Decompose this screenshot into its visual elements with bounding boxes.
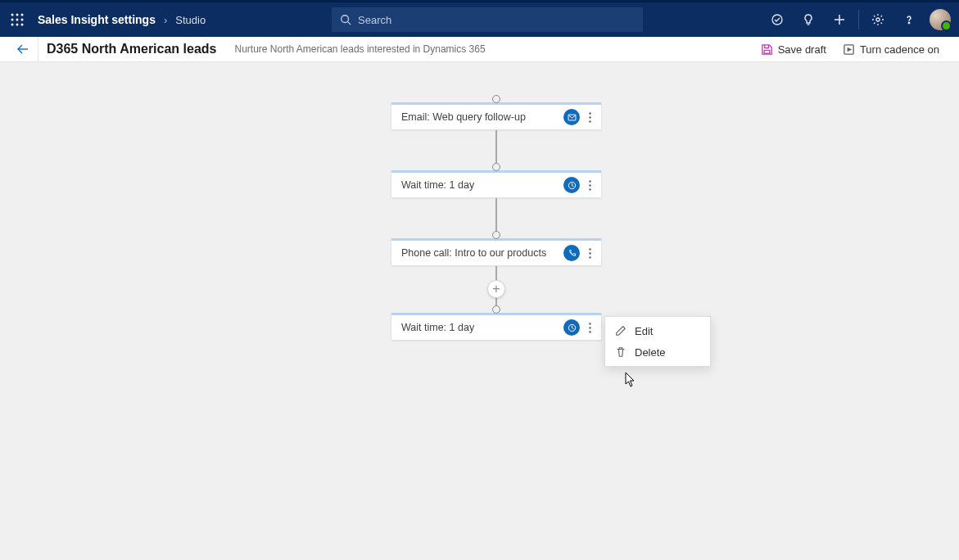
step-label: Wait time: 1 day (401, 179, 563, 191)
step-email[interactable]: Email: Web query follow-up (391, 102, 602, 130)
flow-connector (495, 266, 497, 281)
page-title: D365 North American leads (47, 42, 216, 56)
nav-divider (858, 10, 859, 29)
power-icon (843, 43, 855, 56)
edit-icon (615, 325, 627, 336)
breadcrumb-separator: › (164, 14, 167, 26)
save-icon (761, 43, 773, 56)
add-step-button[interactable]: + (487, 280, 505, 298)
svg-point-33 (589, 323, 590, 324)
step-label: Wait time: 1 day (401, 322, 563, 333)
plus-icon (833, 13, 846, 26)
svg-point-31 (589, 256, 590, 258)
search-icon (340, 14, 351, 25)
flow-connector (495, 297, 497, 305)
context-menu-delete-label: Delete (635, 346, 666, 359)
svg-point-5 (21, 19, 24, 21)
svg-point-0 (11, 14, 14, 16)
flow-node-connector[interactable] (492, 95, 500, 103)
arrow-left-icon (16, 43, 29, 56)
svg-point-3 (11, 19, 14, 21)
step-more-button[interactable] (583, 177, 596, 193)
step-label: Phone call: Intro to our products (401, 247, 563, 259)
context-menu-edit[interactable]: Edit (605, 320, 710, 341)
svg-point-24 (589, 120, 590, 122)
svg-point-23 (589, 116, 590, 118)
step-context-menu: Edit Delete (604, 316, 711, 367)
waffle-icon (11, 13, 24, 26)
phone-icon (563, 245, 580, 261)
svg-point-16 (908, 22, 909, 23)
clock-icon (563, 319, 580, 336)
svg-point-26 (589, 180, 590, 182)
add-button[interactable] (824, 2, 855, 37)
global-search[interactable] (332, 7, 643, 32)
flow-connector (495, 198, 497, 231)
turn-cadence-on-button[interactable]: Turn cadence on (835, 37, 948, 62)
step-more-button[interactable] (583, 109, 596, 125)
turn-cadence-label: Turn cadence on (860, 43, 939, 56)
svg-point-11 (772, 15, 782, 25)
step-wait[interactable]: Wait time: 1 day (391, 170, 602, 198)
svg-point-7 (16, 24, 19, 26)
step-phone-call[interactable]: Phone call: Intro to our products (391, 238, 602, 266)
save-draft-label: Save draft (778, 43, 826, 56)
help-button[interactable] (893, 2, 925, 37)
context-menu-edit-label: Edit (635, 325, 653, 337)
navbar-right (762, 2, 959, 37)
back-button[interactable] (11, 38, 34, 61)
svg-point-29 (589, 248, 590, 250)
svg-point-35 (589, 331, 590, 332)
page-header: D365 North American leads Nurture North … (0, 37, 959, 62)
svg-marker-20 (848, 47, 853, 52)
flow-node-connector[interactable] (492, 231, 500, 239)
step-label: Email: Web query follow-up (401, 111, 563, 123)
breadcrumb-current[interactable]: Studio (175, 14, 206, 26)
delete-icon (615, 346, 627, 358)
mouse-cursor-icon (625, 372, 636, 388)
designer-canvas[interactable]: Email: Web query follow-up Wait time: 1 … (0, 62, 959, 560)
page-description: Nurture North American leads interested … (234, 43, 485, 55)
step-more-button[interactable] (583, 245, 596, 261)
step-wait[interactable]: Wait time: 1 day (391, 313, 602, 341)
clock-icon (563, 177, 580, 193)
breadcrumb-root[interactable]: Sales Insight settings (38, 13, 156, 26)
add-step-block: + (391, 266, 602, 314)
gear-icon (871, 13, 884, 26)
flow-node-connector[interactable] (492, 305, 500, 314)
step-more-button[interactable] (583, 319, 596, 336)
svg-point-4 (16, 19, 19, 21)
ideas-button[interactable] (793, 2, 824, 37)
flow-node-connector[interactable] (492, 163, 500, 171)
svg-point-34 (589, 327, 590, 328)
help-icon (902, 13, 916, 26)
settings-button[interactable] (862, 2, 893, 37)
search-input[interactable] (358, 14, 635, 26)
flow-connector (495, 130, 497, 163)
header-divider (38, 37, 38, 62)
svg-rect-18 (764, 50, 770, 53)
svg-point-9 (342, 16, 349, 23)
svg-line-10 (348, 22, 351, 25)
save-draft-button[interactable]: Save draft (753, 37, 835, 62)
mail-icon (563, 109, 580, 125)
cadence-flow: Email: Web query follow-up Wait time: 1 … (391, 95, 602, 341)
target-icon (771, 13, 784, 26)
global-navbar: Sales Insight settings › Studio (0, 2, 959, 37)
svg-point-28 (589, 188, 590, 190)
assistant-button[interactable] (762, 2, 793, 37)
svg-point-2 (21, 14, 24, 16)
svg-point-15 (876, 18, 880, 21)
svg-point-27 (589, 184, 590, 186)
context-menu-delete[interactable]: Delete (605, 341, 710, 363)
user-avatar[interactable] (930, 9, 951, 30)
svg-point-6 (11, 24, 14, 26)
svg-point-30 (589, 252, 590, 254)
svg-point-8 (21, 24, 24, 26)
app-launcher-button[interactable] (0, 2, 34, 37)
lightbulb-icon (802, 13, 815, 26)
svg-point-22 (589, 112, 590, 114)
svg-point-1 (16, 14, 19, 16)
